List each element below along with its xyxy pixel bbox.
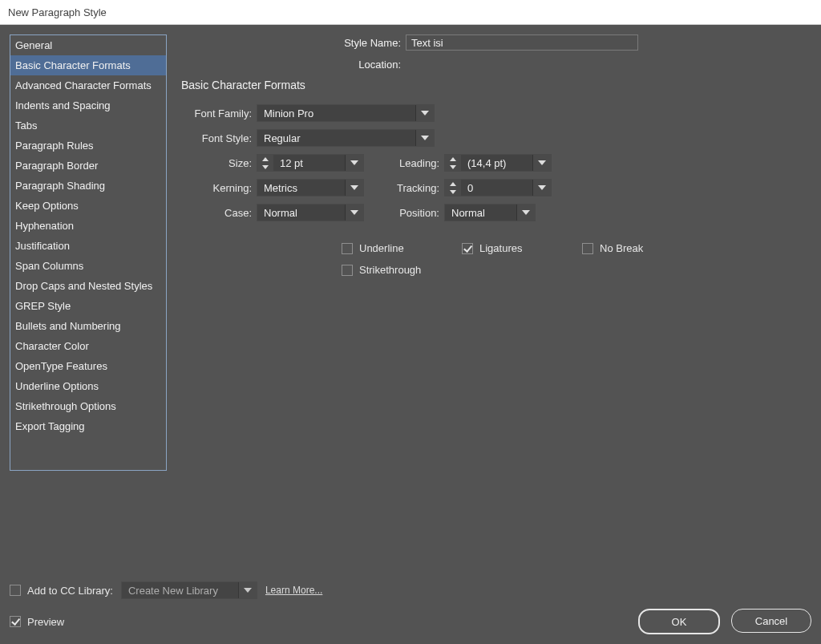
sidebar-item[interactable]: Basic Character Formats [10,55,166,75]
titlebar: New Paragraph Style [0,0,821,25]
position-value: Normal [445,205,516,221]
checkbox-icon [582,243,593,254]
chevron-down-icon [532,180,551,196]
sidebar-item[interactable]: Bullets and Numbering [10,316,166,336]
case-label: Case: [181,207,252,219]
size-label: Size: [181,157,252,169]
case-value: Normal [257,205,345,221]
preview-label: Preview [27,616,64,628]
sidebar-item[interactable]: Paragraph Shading [10,176,166,196]
tracking-stepper[interactable] [444,179,460,196]
sidebar-item[interactable]: Keep Options [10,196,166,216]
font-style-label: Font Style: [181,132,252,144]
checkbox-icon [342,265,353,276]
position-label: Position: [383,207,439,219]
sidebar-item[interactable]: General [10,35,166,55]
content-panel: Style Name: Location: Basic Character Fo… [181,34,811,581]
tracking-label: Tracking: [383,182,439,194]
strikethrough-label: Strikethrough [359,264,421,276]
font-family-combo[interactable]: Minion Pro [257,104,435,122]
style-name-input[interactable] [406,34,638,51]
underline-checkbox[interactable]: Underline [342,242,462,254]
sidebar-item[interactable]: Justification [10,236,166,256]
style-name-label: Style Name: [181,37,406,49]
sidebar-item[interactable]: Tabs [10,115,166,136]
size-field[interactable]: 12 pt [257,154,364,172]
dialog-footer: Add to CC Library: Create New Library Le… [10,581,811,634]
chevron-down-icon [345,180,363,196]
cancel-label: Cancel [755,615,787,627]
kerning-value: Metrics [257,180,345,196]
chevron-down-icon [516,205,535,221]
chevron-down-icon [415,130,434,146]
sidebar-item[interactable]: Advanced Character Formats [10,75,166,95]
chevron-down-icon [345,205,363,221]
category-sidebar: GeneralBasic Character FormatsAdvanced C… [10,34,167,471]
no-break-label: No Break [600,242,643,254]
sidebar-item[interactable]: Indents and Spacing [10,95,166,115]
sidebar-item[interactable]: Paragraph Rules [10,136,166,156]
sidebar-item[interactable]: Strikethrough Options [10,396,166,416]
kerning-label: Kerning: [181,182,252,194]
case-combo[interactable]: Normal [257,204,364,221]
preview-checkbox[interactable]: Preview [10,616,64,628]
cc-library-value: Create New Library [122,582,238,598]
header-fields: Style Name: Location: [181,34,811,71]
checkbox-group: Underline Ligatures No Break Strikethrou… [342,242,811,276]
checkbox-icon [10,585,21,596]
dialog-client: GeneralBasic Character FormatsAdvanced C… [0,25,821,644]
cancel-button[interactable]: Cancel [731,609,811,633]
checkbox-icon [462,243,473,254]
location-label: Location: [181,59,406,71]
chevron-down-icon [415,105,434,121]
sidebar-item[interactable]: Underline Options [10,376,166,396]
dialog-title: New Paragraph Style [8,6,107,18]
kerning-combo[interactable]: Metrics [257,179,364,196]
font-family-value: Minion Pro [257,105,415,121]
add-cc-library-label: Add to CC Library: [27,585,113,597]
font-family-label: Font Family: [181,107,252,119]
sidebar-item[interactable]: GREP Style [10,296,166,316]
ligatures-label: Ligatures [479,242,522,254]
add-cc-library-checkbox[interactable]: Add to CC Library: [10,585,113,597]
dialog-window: New Paragraph Style GeneralBasic Charact… [0,0,821,644]
sidebar-item[interactable]: Paragraph Border [10,156,166,176]
chevron-down-icon [532,155,551,171]
sidebar-item[interactable]: Drop Caps and Nested Styles [10,276,166,296]
sidebar-item[interactable]: OpenType Features [10,356,166,376]
panel-title: Basic Character Formats [181,79,811,91]
learn-more-link[interactable]: Learn More... [265,585,322,596]
size-value: 12 pt [273,155,345,171]
leading-value: (14,4 pt) [461,155,532,171]
checkbox-icon [342,243,353,254]
no-break-checkbox[interactable]: No Break [582,242,702,254]
position-combo[interactable]: Normal [444,204,536,221]
leading-stepper[interactable] [444,154,460,172]
font-style-value: Regular [257,130,415,146]
checkbox-icon [10,616,21,627]
cc-library-combo[interactable]: Create New Library [121,581,257,599]
font-style-combo[interactable]: Regular [257,129,435,147]
strikethrough-checkbox[interactable]: Strikethrough [342,264,462,276]
chevron-down-icon [345,155,363,171]
sidebar-item[interactable]: Export Tagging [10,416,166,436]
sidebar-item[interactable]: Span Columns [10,256,166,276]
ligatures-checkbox[interactable]: Ligatures [462,242,582,254]
ok-button[interactable]: OK [638,609,720,634]
leading-field[interactable]: (14,4 pt) [444,154,552,172]
tracking-field[interactable]: 0 [444,179,552,196]
tracking-value: 0 [461,180,532,196]
ok-label: OK [672,616,687,628]
chevron-down-icon [238,582,257,598]
sidebar-item[interactable]: Hyphenation [10,216,166,236]
underline-label: Underline [359,242,404,254]
form-rows: Font Family: Minion Pro Font Style: Regu… [181,104,811,221]
leading-label: Leading: [383,157,439,169]
sidebar-item[interactable]: Character Color [10,336,166,356]
main-row: GeneralBasic Character FormatsAdvanced C… [10,34,811,581]
size-stepper[interactable] [257,154,273,172]
